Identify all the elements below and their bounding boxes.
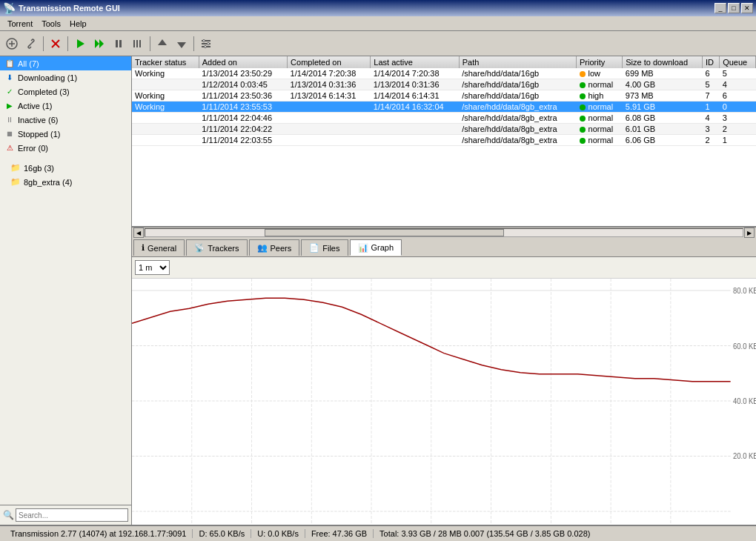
- sidebar-item-error[interactable]: ⚠ Error (0): [0, 141, 131, 155]
- table-row[interactable]: 1/11/2014 22:03:55 /share/hdd/data/8gb_e…: [132, 135, 756, 146]
- search-input[interactable]: [16, 508, 128, 522]
- hscroll-track[interactable]: [145, 228, 743, 237]
- status-total: Total: 3.93 GB / 28 MB 0.007 (135.54 GB …: [374, 529, 752, 538]
- peers-tab-label: Peers: [271, 244, 292, 253]
- cell-size: 6.06 GB: [623, 135, 703, 146]
- sidebar-item-active[interactable]: ▶ Active (1): [0, 99, 131, 113]
- cell-tracker-status: Working: [132, 68, 199, 79]
- start-torrent-button[interactable]: [71, 35, 89, 53]
- cell-completed-on: [288, 113, 371, 124]
- cell-tracker-status: [132, 124, 199, 135]
- tab-files[interactable]: 📄 Files: [301, 239, 348, 256]
- priority-dot: [580, 116, 586, 122]
- toolbar-separator-4: [193, 36, 194, 51]
- add-torrent-button[interactable]: [3, 35, 21, 53]
- cell-priority: normal: [577, 135, 623, 146]
- cell-priority: normal: [577, 113, 623, 124]
- toolbar: [0, 31, 756, 56]
- active-icon: ▶: [4, 101, 15, 111]
- table-row[interactable]: Working 1/13/2014 23:50:29 1/14/2014 7:2…: [132, 68, 756, 79]
- sidebar-item-downloading[interactable]: ⬇ Downloading (1): [0, 70, 131, 84]
- time-range-select[interactable]: 1 m 5 m 15 m 1 h: [135, 260, 170, 275]
- window-controls: _ □ ✕: [714, 3, 753, 13]
- cell-queue: 5: [720, 68, 756, 79]
- sidebar-item-stopped[interactable]: ⏹ Stopped (1): [0, 127, 131, 141]
- cell-added-on: 1/11/2014 23:55:53: [199, 102, 287, 113]
- svg-marker-8: [99, 39, 104, 48]
- col-queue[interactable]: Queue: [720, 56, 756, 68]
- torrent-table[interactable]: Tracker status Added on Completed on Las…: [132, 56, 756, 227]
- sidebar-item-completed[interactable]: ✓ Completed (3): [0, 84, 131, 99]
- close-button[interactable]: ✕: [741, 3, 753, 13]
- svg-point-20: [208, 42, 210, 44]
- svg-text:40.0 KB/s: 40.0 KB/s: [733, 396, 756, 405]
- col-size[interactable]: Size to download: [623, 56, 703, 68]
- hscroll-left-button[interactable]: ◀: [133, 228, 144, 238]
- table-row[interactable]: 1/12/2014 0:03:45 1/13/2014 0:31:36 1/13…: [132, 79, 756, 90]
- cell-last-active: [371, 135, 459, 146]
- minimize-button[interactable]: _: [714, 3, 726, 13]
- menu-tools[interactable]: Tools: [37, 18, 65, 30]
- add-torrent-link-button[interactable]: [22, 35, 40, 53]
- bottom-panel: ℹ General 📡 Trackers 👥 Peers 📄 Files 📊: [132, 238, 756, 525]
- properties-button[interactable]: [197, 35, 215, 53]
- hscroll-thumb[interactable]: [265, 229, 503, 236]
- menu-bar: Torrent Tools Help: [0, 16, 756, 31]
- error-icon: ⚠: [4, 143, 15, 153]
- cell-added-on: 1/11/2014 22:04:22: [199, 124, 287, 135]
- table-row[interactable]: 1/11/2014 22:04:46 /share/hdd/data/8gb_e…: [132, 113, 756, 124]
- cell-id: 2: [702, 135, 719, 146]
- cell-path: /share/hdd/data/8gb_extra: [459, 135, 576, 146]
- table-row[interactable]: Working 1/11/2014 23:55:53 1/14/2014 16:…: [132, 102, 756, 113]
- col-priority[interactable]: Priority: [577, 56, 623, 68]
- sidebar-item-inactive[interactable]: ⏸ Inactive (6): [0, 113, 131, 127]
- trackers-tab-label: Trackers: [208, 244, 239, 253]
- table-row[interactable]: Working 1/11/2014 23:50:36 1/13/2014 6:1…: [132, 90, 756, 102]
- tab-peers[interactable]: 👥 Peers: [249, 239, 300, 256]
- sidebar-item-16gb[interactable]: 📁 16gb (3): [0, 161, 131, 175]
- version-text: Transmission 2.77 (14074) at 192.168.1.7…: [10, 529, 186, 538]
- cell-last-active: 1/14/2014 7:20:38: [371, 68, 459, 79]
- toolbar-separator-1: [43, 36, 44, 51]
- graph-controls: 1 m 5 m 15 m 1 h: [132, 257, 756, 279]
- hscroll-right-button[interactable]: ▶: [744, 228, 755, 238]
- sidebar-item-8gb-extra[interactable]: 📁 8gb_extra (4): [0, 175, 131, 189]
- cell-id: 4: [702, 113, 719, 124]
- search-icon: 🔍: [3, 510, 14, 520]
- status-download: D: 65.0 KB/s: [193, 529, 251, 538]
- maximize-button[interactable]: □: [728, 3, 740, 13]
- col-path[interactable]: Path: [459, 56, 576, 68]
- col-tracker-status[interactable]: Tracker status: [132, 56, 199, 68]
- tab-trackers[interactable]: 📡 Trackers: [186, 239, 247, 256]
- priority-dot: [580, 82, 586, 88]
- tab-general[interactable]: ℹ General: [133, 239, 185, 256]
- cell-completed-on: 1/13/2014 6:14:31: [288, 90, 371, 102]
- menu-help[interactable]: Help: [65, 18, 91, 30]
- priority-dot: [580, 71, 586, 77]
- col-id[interactable]: ID: [702, 56, 719, 68]
- table-row[interactable]: 1/11/2014 22:04:22 /share/hdd/data/8gb_e…: [132, 124, 756, 135]
- stop-all-button[interactable]: [129, 35, 147, 53]
- col-completed-on[interactable]: Completed on: [288, 56, 371, 68]
- menu-torrent[interactable]: Torrent: [3, 18, 37, 30]
- svg-rect-9: [116, 40, 118, 47]
- tab-graph[interactable]: 📊 Graph: [350, 239, 402, 256]
- cell-size: 973 MB: [623, 90, 703, 102]
- cell-priority: low: [577, 68, 623, 79]
- graph-svg: 80.0 KB/s 60.0 KB/s 40.0 KB/s 20.0 KB/s: [132, 279, 756, 525]
- remove-torrent-button[interactable]: [47, 35, 64, 53]
- sidebar-item-all[interactable]: 📋 All (7): [0, 56, 131, 70]
- graph-area: 80.0 KB/s 60.0 KB/s 40.0 KB/s 20.0 KB/s: [132, 279, 756, 525]
- move-up-button[interactable]: [153, 35, 171, 53]
- cell-id: 6: [702, 68, 719, 79]
- move-down-button[interactable]: [173, 35, 190, 53]
- graph-tab-label: Graph: [371, 243, 394, 252]
- sidebar-scroll[interactable]: 📋 All (7) ⬇ Downloading (1) ✓ Completed …: [0, 56, 131, 505]
- pause-torrent-button[interactable]: [110, 35, 127, 53]
- start-all-button[interactable]: [90, 35, 108, 53]
- col-last-active[interactable]: Last active: [371, 56, 459, 68]
- upload-speed-text: U: 0.0 KB/s: [257, 529, 299, 538]
- title-bar: 📡 Transmission Remote GUI _ □ ✕: [0, 0, 756, 16]
- svg-rect-11: [133, 40, 135, 47]
- col-added-on[interactable]: Added on: [199, 56, 287, 68]
